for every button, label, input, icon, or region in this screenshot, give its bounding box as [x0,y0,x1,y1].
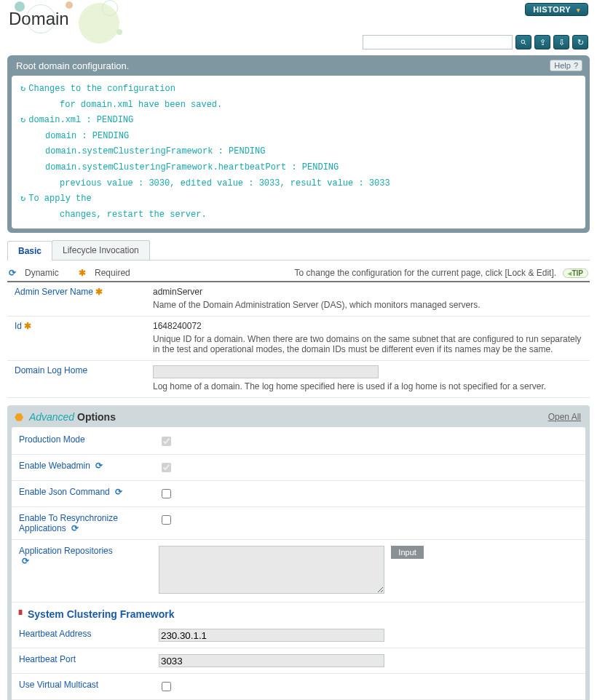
dynamic-icon: ⟳ [95,461,103,471]
export-icon[interactable]: ⇪ [534,35,550,49]
panel-title: Root domain configuration. [16,60,129,71]
required-icon: ✱ [79,268,86,278]
shield-icon: ⬣ [15,411,23,423]
use-virtual-multicast-label: Use Virtual Multicast [12,674,151,700]
search-input[interactable] [363,35,513,49]
legend-required: Required [95,268,130,278]
help-label: Help [554,61,571,70]
dynamic-icon: ⟳ [71,523,79,533]
page-title: Domain [9,9,588,29]
refresh-glyph-icon: ↻ [20,84,25,94]
production-mode-label: Production Mode [12,429,151,455]
status-panel: Root domain configuration. Help ? ↻Chang… [7,55,590,233]
enable-json-label: Enable Json Command ⟳ [12,481,151,507]
domain-log-home-label: Domain Log Home [7,361,147,398]
production-mode-checkbox[interactable] [162,437,171,446]
use-virtual-multicast-checkbox[interactable] [162,682,171,691]
log-text: domain.systemClusteringFramework : PENDI… [20,144,265,160]
search-icon[interactable] [515,35,531,49]
label-text: Enable Json Command [19,487,110,497]
enable-resync-label: Enable To Resynchronize Applications ⟳ [12,507,151,540]
help-button[interactable]: Help ? [550,60,582,71]
admin-server-name-desc: Name of the Domain Administration Server… [153,300,584,310]
refresh-glyph-icon: ↻ [20,115,25,125]
refresh-icon[interactable]: ↻ [572,35,588,49]
legend-bar: ⟳Dynamic ✱Required To change the configu… [7,263,590,282]
app-repos-textarea[interactable] [159,546,384,594]
label-text: Enable Webadmin [19,461,90,471]
legend-dynamic: Dynamic [25,268,59,278]
app-repos-label: Application Repositories ⟳ [12,540,151,602]
domain-log-home-input[interactable] [153,365,379,378]
log-text: domain : PENDING [20,129,129,145]
admin-server-name-value: adminServer [153,287,584,297]
advanced-title-suffix: Options [74,411,116,423]
enable-json-checkbox[interactable] [162,489,171,498]
required-icon: ✱ [24,321,31,331]
open-all-link[interactable]: Open All [548,412,581,422]
log-text: domain.xml : PENDING [28,115,133,125]
dynamic-icon: ⟳ [9,268,16,278]
dynamic-icon: ⟳ [22,556,29,566]
tab-basic[interactable]: Basic [7,241,52,260]
status-log: ↻Changes to the configuration for domain… [12,76,585,228]
heartbeat-port-label: Heartbeat Port [12,648,151,674]
label-text: Id [15,321,22,331]
tab-bar: Basic Lifecycle Invocation [7,240,590,260]
log-text: Changes to the configuration [28,84,175,94]
advanced-title-prefix: Advanced [29,411,74,423]
heartbeat-address-input[interactable] [159,629,384,642]
id-label: Id ✱ [7,317,147,361]
log-text: To apply the [28,194,91,204]
flag-icon: ▘ [19,610,25,619]
import-icon[interactable]: ⇩ [553,35,569,49]
label-text: Admin Server Name [15,287,93,297]
log-text: previous value : 3030, edited value : 30… [20,176,390,192]
basic-form: Admin Server Name ✱ adminServer Name of … [7,282,590,398]
log-text: for domain.xml have been saved. [20,98,222,114]
id-value: 1648240072 [153,321,584,331]
tip-text: To change the configuration for the curr… [295,268,557,278]
help-icon: ? [574,61,578,70]
dynamic-icon: ⟳ [115,487,122,497]
enable-resync-checkbox[interactable] [162,515,171,525]
magnifier-icon [521,38,526,47]
refresh-glyph-icon: ↻ [20,194,25,204]
input-button[interactable]: Input [391,546,423,559]
tip-label: TIP [572,269,583,277]
tab-lifecycle[interactable]: Lifecycle Invocation [52,240,150,260]
enable-webadmin-checkbox[interactable] [162,463,171,472]
domain-log-home-desc: Log home of a domain. The log home speci… [153,381,584,391]
required-icon: ✱ [95,287,103,297]
svg-point-0 [521,40,525,44]
section-title-text: System Clustering Framework [28,608,175,620]
heartbeat-address-label: Heartbeat Address [12,623,151,648]
admin-server-name-label: Admin Server Name ✱ [7,282,147,317]
label-text: Enable To Resynchronize Applications [19,513,118,533]
svg-line-1 [524,43,526,44]
enable-webadmin-label: Enable Webadmin ⟳ [12,455,151,481]
label-text: Application Repositories [19,546,113,556]
id-desc: Unique ID for a domain. When there are t… [153,334,584,354]
log-text: domain.systemClusteringFramework.heartbe… [20,160,339,176]
heartbeat-port-input[interactable] [159,654,384,667]
advanced-panel: ⬣ Advanced Options Open All Production M… [7,405,590,700]
scf-section-title: ▘System Clustering Framework [12,602,585,623]
log-text: changes, restart the server. [20,207,207,223]
